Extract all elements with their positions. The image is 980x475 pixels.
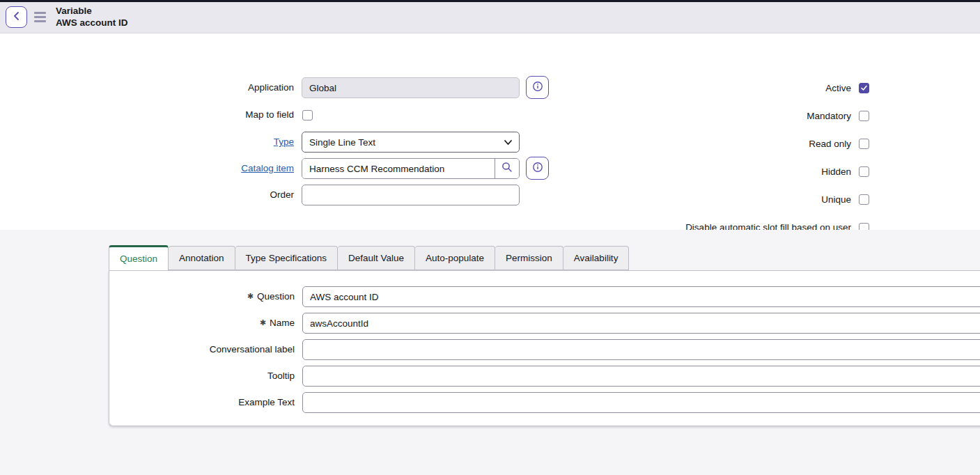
required-icon: ✱ — [260, 318, 266, 327]
back-button[interactable] — [6, 6, 27, 28]
read-only-checkbox[interactable] — [859, 139, 869, 149]
catalog-item-info-button[interactable] — [526, 157, 549, 180]
active-checkbox[interactable] — [859, 83, 869, 93]
order-label: Order — [0, 185, 294, 205]
name-label: ✱Name — [109, 313, 295, 334]
hidden-label: Hidden — [677, 166, 851, 177]
example-text-label: Example Text — [109, 392, 295, 413]
catalog-item-label: Catalog item — [0, 158, 294, 179]
record-name-label: AWS account ID — [56, 17, 128, 29]
question-input[interactable] — [302, 286, 980, 307]
tooltip-label: Tooltip — [109, 366, 295, 387]
top-edge-stripe — [0, 0, 980, 2]
catalog-item-link[interactable]: Catalog item — [241, 163, 294, 173]
form-header: Variable AWS account ID — [0, 0, 980, 33]
type-label: Type — [0, 132, 294, 153]
tab-strip: Question Annotation Type Specifications … — [109, 246, 629, 270]
tab-default-value[interactable]: Default Value — [338, 246, 415, 270]
mandatory-checkbox[interactable] — [859, 111, 869, 121]
conversational-label-input[interactable] — [302, 339, 980, 360]
unique-label: Unique — [677, 194, 851, 205]
unique-checkbox[interactable] — [859, 194, 869, 205]
tooltip-input[interactable] — [302, 366, 980, 387]
catalog-item-lookup-button[interactable] — [495, 159, 519, 178]
type-select[interactable]: Single Line Text — [302, 132, 520, 153]
mandatory-label: Mandatory — [677, 111, 851, 121]
hidden-checkbox[interactable] — [859, 166, 869, 177]
active-label: Active — [677, 83, 851, 93]
order-input[interactable] — [302, 185, 520, 205]
tab-availability[interactable]: Availability — [563, 246, 630, 270]
info-icon — [532, 162, 543, 176]
type-select-value: Single Line Text — [309, 137, 375, 148]
catalog-item-input[interactable] — [302, 159, 495, 178]
conversational-label-label: Conversational label — [109, 339, 295, 360]
search-icon — [501, 162, 513, 176]
tab-annotation[interactable]: Annotation — [169, 246, 235, 270]
record-type-label: Variable — [56, 5, 128, 17]
chevron-left-icon — [13, 11, 21, 24]
variable-form: Application Map to field Type Single Lin… — [0, 33, 980, 230]
read-only-label: Read only — [677, 139, 851, 149]
question-label: ✱Question — [109, 286, 295, 307]
tab-permission[interactable]: Permission — [495, 246, 563, 270]
application-input[interactable] — [302, 77, 520, 98]
application-label: Application — [0, 77, 294, 98]
catalog-item-reference-field — [302, 158, 520, 179]
page-title: Variable AWS account ID — [56, 5, 128, 29]
question-tab-panel: ✱Question ✱Name Conversational label Too… — [109, 270, 980, 426]
example-text-input[interactable] — [302, 392, 980, 413]
context-menu-icon[interactable] — [34, 12, 46, 22]
chevron-down-icon — [504, 138, 513, 149]
tab-auto-populate[interactable]: Auto-populate — [415, 246, 495, 270]
tabbed-section: Question Annotation Type Specifications … — [0, 230, 980, 475]
required-icon: ✱ — [247, 292, 254, 300]
type-link[interactable]: Type — [274, 137, 294, 147]
application-info-button[interactable] — [526, 76, 549, 99]
info-icon — [532, 81, 543, 95]
tab-question[interactable]: Question — [109, 245, 169, 270]
map-to-field-label: Map to field — [0, 100, 294, 130]
check-icon — [860, 82, 868, 95]
tab-type-specifications[interactable]: Type Specifications — [235, 246, 338, 270]
map-to-field-checkbox[interactable] — [302, 110, 313, 120]
name-input[interactable] — [302, 313, 980, 334]
